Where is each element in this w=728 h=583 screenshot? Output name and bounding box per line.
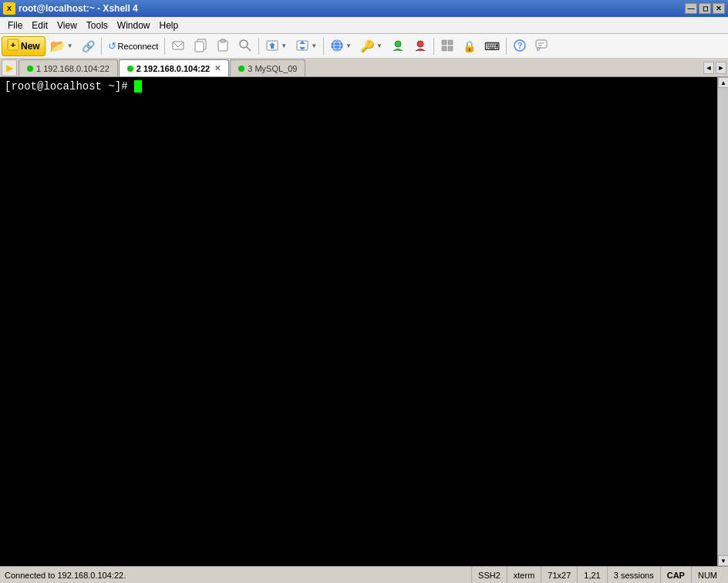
help-button[interactable]: ? bbox=[509, 36, 531, 56]
svg-rect-8 bbox=[221, 39, 225, 42]
tab-home-button[interactable]: ▶ bbox=[2, 59, 17, 76]
status-right: SSH2 xterm 71x27 1,21 3 sessions CAP NUM bbox=[471, 567, 723, 584]
status-position: 1,21 bbox=[577, 567, 606, 584]
chat-button[interactable] bbox=[531, 36, 553, 56]
sftp-icon bbox=[295, 39, 309, 54]
minimize-button[interactable]: — bbox=[685, 3, 697, 14]
separator-5 bbox=[433, 38, 434, 55]
paste-icon bbox=[216, 39, 230, 54]
status-cap: CAP bbox=[660, 567, 691, 584]
terminal-prompt: [root@localhost ~]# bbox=[5, 80, 134, 93]
window-title: root@localhost:~ - Xshell 4 bbox=[19, 3, 138, 14]
keyboard-icon: ⌨ bbox=[484, 40, 500, 52]
separator-3 bbox=[258, 38, 259, 55]
agent2-icon bbox=[413, 39, 427, 54]
terminal-prompt-line: [root@localhost ~]# bbox=[5, 80, 713, 93]
properties-button[interactable]: 🔗 bbox=[78, 36, 99, 56]
copy-button[interactable] bbox=[190, 36, 211, 56]
terminal[interactable]: [root@localhost ~]# bbox=[0, 77, 717, 566]
grid-icon bbox=[440, 39, 454, 54]
reconnect-button[interactable]: ↺ Reconnect bbox=[104, 36, 163, 56]
new-icon: + bbox=[7, 39, 19, 53]
reconnect-label: Reconnect bbox=[118, 42, 159, 51]
tab-scroll-right-button[interactable]: ► bbox=[716, 62, 726, 74]
compose-button[interactable] bbox=[167, 36, 189, 56]
separator-4 bbox=[323, 38, 324, 55]
tab-scroll-left-button[interactable]: ◄ bbox=[703, 62, 714, 74]
status-protocol: SSH2 bbox=[471, 567, 507, 584]
open-folder-button[interactable]: 📂 ▼ bbox=[46, 36, 77, 56]
menu-edit[interactable]: Edit bbox=[27, 19, 52, 32]
lock-icon: 🔒 bbox=[463, 40, 476, 52]
tab-nav-arrows: ◄ ► bbox=[703, 62, 726, 74]
status-connection: Connected to 192.168.0.104:22. bbox=[5, 571, 471, 580]
svg-marker-31 bbox=[538, 48, 541, 51]
toolbar: + New 📂 ▼ 🔗 ↺ Reconnect bbox=[0, 34, 728, 59]
reconnect-icon: ↺ bbox=[108, 40, 116, 52]
tab-3-status-dot bbox=[238, 66, 244, 72]
menu-bar: File Edit View Tools Window Help bbox=[0, 17, 728, 34]
transfer-button[interactable]: ▼ bbox=[261, 36, 291, 56]
agent-button[interactable] bbox=[387, 36, 409, 56]
separator-2 bbox=[164, 38, 165, 55]
new-session-button[interactable]: + New bbox=[2, 36, 46, 56]
close-button[interactable]: ✕ bbox=[713, 3, 725, 14]
grid-button[interactable] bbox=[436, 36, 458, 56]
svg-point-9 bbox=[240, 40, 248, 48]
menu-help[interactable]: Help bbox=[155, 19, 184, 32]
chat-icon bbox=[535, 39, 549, 54]
keyboard-button[interactable]: ⌨ bbox=[480, 36, 504, 56]
menu-tools[interactable]: Tools bbox=[82, 19, 113, 32]
scrollbar-up-button[interactable]: ▲ bbox=[718, 77, 728, 88]
transfer-icon bbox=[265, 39, 279, 54]
status-num: NUM bbox=[691, 567, 723, 584]
status-bar: Connected to 192.168.0.104:22. SSH2 xter… bbox=[0, 566, 728, 583]
find-icon bbox=[238, 39, 252, 54]
agent2-button[interactable] bbox=[410, 36, 431, 56]
agent-icon bbox=[391, 39, 405, 54]
tab-2-status-dot bbox=[127, 66, 133, 72]
scrollbar-track[interactable] bbox=[718, 88, 728, 555]
svg-rect-27 bbox=[448, 46, 453, 51]
tab-1-label: 1 192.168.0.104:22 bbox=[36, 64, 110, 73]
menu-view[interactable]: View bbox=[52, 19, 82, 32]
svg-rect-30 bbox=[536, 40, 547, 48]
tab-1-status-dot bbox=[27, 66, 33, 72]
sftp-dropdown-arrow: ▼ bbox=[311, 42, 317, 49]
tab-2-close-button[interactable]: ✕ bbox=[214, 64, 221, 72]
svg-text:?: ? bbox=[517, 41, 523, 50]
folder-dropdown-arrow: ▼ bbox=[67, 42, 73, 49]
status-connected-text: Connected to 192.168.0.104:22. bbox=[5, 571, 126, 580]
tab-2[interactable]: 2 192.168.0.104:22 ✕ bbox=[119, 59, 229, 76]
new-label: New bbox=[21, 41, 40, 52]
tunneling-button[interactable]: ▼ bbox=[326, 36, 356, 56]
terminal-cursor bbox=[134, 80, 142, 93]
paste-button[interactable] bbox=[212, 36, 234, 56]
svg-text:X: X bbox=[7, 5, 12, 12]
main-area: [root@localhost ~]# ▲ ▼ bbox=[0, 77, 728, 566]
status-dimensions: 71x27 bbox=[541, 567, 577, 584]
tab-home-icon: ▶ bbox=[6, 62, 13, 73]
tab-1[interactable]: 1 192.168.0.104:22 bbox=[19, 59, 118, 76]
sftp-button[interactable]: ▼ bbox=[292, 36, 321, 56]
find-button[interactable] bbox=[234, 36, 256, 56]
key-icon: 🔑 bbox=[360, 39, 375, 53]
tab-bar: ▶ 1 192.168.0.104:22 2 192.168.0.104:22 … bbox=[0, 59, 728, 77]
key-button[interactable]: 🔑 ▼ bbox=[356, 36, 386, 56]
compose-icon bbox=[171, 39, 185, 54]
tab-2-label: 2 192.168.0.104:22 bbox=[136, 64, 210, 73]
help-icon: ? bbox=[513, 39, 527, 54]
svg-text:+: + bbox=[11, 40, 15, 49]
restore-button[interactable]: ◻ bbox=[699, 3, 711, 14]
tab-3[interactable]: 3 MySQL_09 bbox=[230, 59, 305, 76]
scrollbar-down-button[interactable]: ▼ bbox=[718, 555, 728, 566]
svg-rect-26 bbox=[442, 46, 447, 51]
menu-file[interactable]: File bbox=[3, 19, 27, 32]
title-bar: X root@localhost:~ - Xshell 4 — ◻ ✕ bbox=[0, 0, 728, 17]
status-sessions: 3 sessions bbox=[607, 567, 660, 584]
separator-1 bbox=[101, 38, 102, 55]
menu-window[interactable]: Window bbox=[113, 19, 155, 32]
transfer-dropdown-arrow: ▼ bbox=[281, 42, 287, 49]
svg-line-10 bbox=[247, 47, 251, 51]
lock-button[interactable]: 🔒 bbox=[459, 36, 480, 56]
